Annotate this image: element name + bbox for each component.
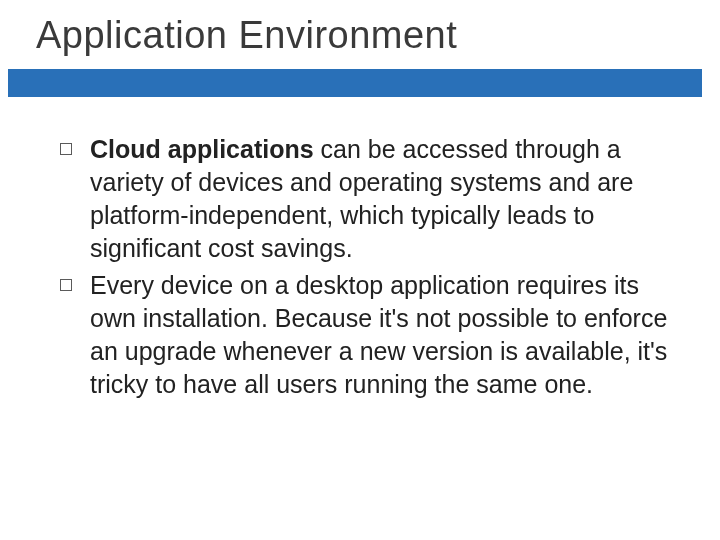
list-item: Cloud applications can be accessed throu… (60, 133, 684, 265)
list-item: Every device on a desktop application re… (60, 269, 684, 401)
bullet-text: Cloud applications can be accessed throu… (90, 133, 684, 265)
bullet-icon (60, 143, 72, 155)
content-area: Cloud applications can be accessed throu… (0, 97, 720, 401)
bullet-rest: Every device on a desktop application re… (90, 271, 667, 398)
bullet-bold-lead: Cloud applications (90, 135, 314, 163)
page-title: Application Environment (0, 0, 720, 69)
bullet-icon (60, 279, 72, 291)
title-accent-bar (8, 69, 702, 97)
bullet-text: Every device on a desktop application re… (90, 269, 684, 401)
